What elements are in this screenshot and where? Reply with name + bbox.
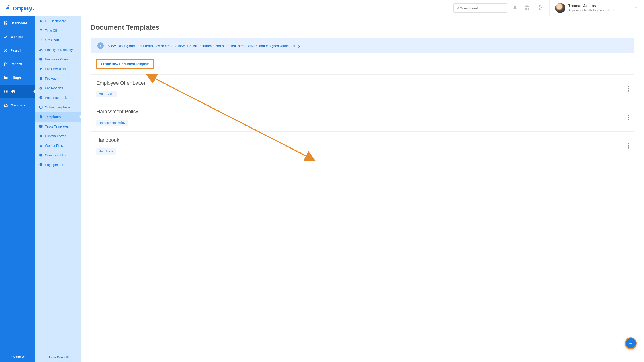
subnav-templates[interactable]: Templates bbox=[36, 112, 81, 122]
search-box[interactable] bbox=[453, 3, 507, 12]
subnav-engagement[interactable]: Engagement bbox=[36, 160, 81, 170]
create-template-button[interactable]: Create New Document Template bbox=[96, 59, 154, 69]
nav-filings[interactable]: Filings bbox=[0, 71, 36, 85]
kebab-menu-icon[interactable]: ••• bbox=[627, 143, 629, 149]
svg-point-4 bbox=[39, 86, 42, 89]
chevron-down-icon bbox=[634, 6, 638, 10]
subnav-onboarding-tasks[interactable]: Onboarding Tasks bbox=[36, 102, 81, 112]
subnav-file-audit[interactable]: File Audit bbox=[36, 74, 81, 83]
user-menu[interactable]: Thomas Jacobs Approver • North Highland … bbox=[550, 0, 638, 16]
nav-hr[interactable]: HR bbox=[0, 85, 36, 98]
subnav-worker-files[interactable]: Worker Files bbox=[36, 141, 81, 150]
subnav-tasks-templates[interactable]: Tasks Templates bbox=[36, 122, 81, 131]
template-title: Harassment Policy bbox=[96, 109, 629, 115]
plus-icon bbox=[628, 341, 633, 346]
template-title: Employee Offer Letter bbox=[96, 80, 629, 86]
subnav-file-checklists[interactable]: File Checklists bbox=[36, 64, 81, 74]
info-banner: i View existing document templates or cr… bbox=[91, 38, 634, 53]
subnav-personnel-tasks[interactable]: Personnel Tasks bbox=[36, 93, 81, 102]
subnav-company-files[interactable]: Company Files bbox=[36, 150, 81, 160]
search-icon bbox=[456, 6, 460, 10]
subnav-hr-dashboard[interactable]: HR Dashboard bbox=[36, 16, 81, 26]
template-title: Handbook bbox=[96, 137, 629, 143]
template-tag[interactable]: Offer Letter bbox=[96, 91, 117, 97]
nav-reports[interactable]: Reports bbox=[0, 57, 36, 71]
collapse-button[interactable]: ◂ Collapse bbox=[0, 351, 36, 362]
nav-workers[interactable]: Workers bbox=[0, 30, 36, 44]
unpin-menu-button[interactable]: Unpin Menu bbox=[36, 352, 81, 362]
brand-logo[interactable]: onpay. bbox=[6, 4, 34, 12]
info-text: View existing document templates or crea… bbox=[108, 44, 301, 48]
main-content: Document Templates i View existing docum… bbox=[81, 16, 644, 362]
template-card: Employee Offer Letter Offer Letter ••• bbox=[91, 75, 634, 103]
nav-dashboard[interactable]: Dashboard bbox=[0, 16, 36, 30]
subnav-time-off[interactable]: Time Off bbox=[36, 26, 81, 35]
user-name: Thomas Jacobs bbox=[568, 4, 620, 8]
subnav-custom-forms[interactable]: Custom Forms bbox=[36, 131, 81, 141]
secondary-nav: HR Dashboard Time Off Org Chart Employee… bbox=[36, 16, 81, 362]
svg-point-6 bbox=[39, 163, 42, 166]
kebab-menu-icon[interactable]: ••• bbox=[627, 114, 629, 120]
gift-icon[interactable] bbox=[525, 5, 530, 11]
fab-add-button[interactable] bbox=[625, 337, 637, 349]
top-bar: onpay. Thomas Jacobs Approver • North Hi… bbox=[0, 0, 644, 16]
page-title: Document Templates bbox=[91, 23, 634, 31]
templates-panel: i View existing document templates or cr… bbox=[91, 38, 634, 160]
primary-nav: Dashboard Workers Payroll Reports Filing… bbox=[0, 16, 36, 362]
svg-rect-1 bbox=[8, 7, 9, 9]
help-icon[interactable] bbox=[537, 5, 542, 11]
subnav-employee-offers[interactable]: Employee Offers bbox=[36, 54, 81, 64]
logo-icon bbox=[6, 5, 13, 10]
user-role: Approver • North Highland Hardware bbox=[568, 8, 620, 12]
brand-name: onpay bbox=[13, 4, 32, 12]
svg-point-2 bbox=[6, 6, 8, 8]
template-tag[interactable]: Harassment Policy bbox=[96, 120, 128, 126]
template-tag[interactable]: Handbook bbox=[96, 148, 116, 155]
template-card: Harassment Policy Harassment Policy ••• bbox=[91, 103, 634, 132]
bell-icon[interactable] bbox=[512, 5, 518, 11]
subnav-org-chart[interactable]: Org Chart bbox=[36, 35, 81, 45]
template-card: Handbook Handbook ••• bbox=[91, 132, 634, 160]
kebab-menu-icon[interactable]: ••• bbox=[627, 86, 629, 92]
svg-rect-0 bbox=[6, 8, 8, 9]
subnav-employee-directory[interactable]: Employee Directory bbox=[36, 45, 81, 54]
search-input[interactable] bbox=[460, 6, 504, 10]
info-icon: i bbox=[97, 42, 104, 49]
avatar bbox=[555, 3, 565, 13]
nav-company[interactable]: Company bbox=[0, 98, 36, 112]
nav-payroll[interactable]: Payroll bbox=[0, 44, 36, 57]
subnav-file-reviews[interactable]: File Reviews bbox=[36, 83, 81, 93]
svg-point-5 bbox=[39, 96, 42, 99]
svg-point-3 bbox=[8, 5, 10, 6]
